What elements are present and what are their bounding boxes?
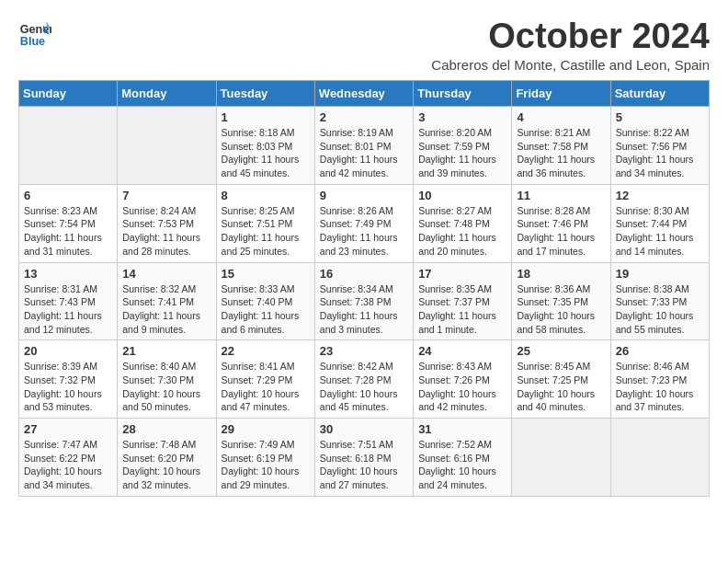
day-number: 16 (320, 267, 408, 281)
calendar-cell: 21Sunrise: 8:40 AM Sunset: 7:30 PM Dayli… (118, 340, 216, 419)
day-info: Sunrise: 8:18 AM Sunset: 8:03 PM Dayligh… (222, 126, 310, 180)
calendar-cell: 27Sunrise: 7:47 AM Sunset: 6:22 PM Dayli… (19, 419, 118, 497)
calendar-cell: 31Sunrise: 7:52 AM Sunset: 6:16 PM Dayli… (414, 419, 512, 497)
day-info: Sunrise: 8:30 AM Sunset: 7:44 PM Dayligh… (616, 204, 704, 259)
day-info: Sunrise: 8:39 AM Sunset: 7:32 PM Dayligh… (24, 360, 112, 414)
calendar-cell: 7Sunrise: 8:24 AM Sunset: 7:53 PM Daylig… (118, 184, 216, 262)
calendar-cell (118, 107, 216, 185)
week-row-1: 1Sunrise: 8:18 AM Sunset: 8:03 PM Daylig… (19, 107, 710, 185)
day-number: 29 (222, 422, 310, 436)
day-number: 14 (122, 267, 210, 281)
day-number: 21 (122, 344, 210, 358)
day-number: 18 (517, 267, 605, 281)
calendar-cell: 17Sunrise: 8:35 AM Sunset: 7:37 PM Dayli… (414, 262, 512, 340)
day-number: 1 (222, 110, 310, 124)
calendar-cell: 9Sunrise: 8:26 AM Sunset: 7:49 PM Daylig… (314, 184, 413, 262)
week-row-5: 27Sunrise: 7:47 AM Sunset: 6:22 PM Dayli… (19, 419, 710, 497)
day-header-wednesday: Wednesday (314, 81, 413, 107)
calendar-cell: 6Sunrise: 8:23 AM Sunset: 7:54 PM Daylig… (19, 184, 118, 262)
calendar-cell: 15Sunrise: 8:33 AM Sunset: 7:40 PM Dayli… (216, 262, 314, 340)
day-number: 19 (616, 267, 704, 281)
calendar-cell: 20Sunrise: 8:39 AM Sunset: 7:32 PM Dayli… (19, 340, 118, 419)
calendar-cell: 25Sunrise: 8:45 AM Sunset: 7:25 PM Dayli… (512, 340, 610, 419)
title-block: October 2024 Cabreros del Monte, Castill… (431, 18, 710, 73)
calendar-cell: 23Sunrise: 8:42 AM Sunset: 7:28 PM Dayli… (314, 340, 413, 419)
day-header-sunday: Sunday (19, 81, 118, 107)
day-info: Sunrise: 7:48 AM Sunset: 6:20 PM Dayligh… (122, 438, 210, 492)
day-number: 22 (222, 344, 310, 358)
day-info: Sunrise: 8:20 AM Sunset: 7:59 PM Dayligh… (418, 126, 506, 180)
day-number: 12 (616, 189, 704, 202)
calendar-cell: 5Sunrise: 8:22 AM Sunset: 7:56 PM Daylig… (610, 107, 709, 185)
week-row-4: 20Sunrise: 8:39 AM Sunset: 7:32 PM Dayli… (19, 340, 710, 419)
day-header-thursday: Thursday (414, 81, 512, 107)
day-number: 6 (24, 189, 112, 202)
day-info: Sunrise: 8:27 AM Sunset: 7:48 PM Dayligh… (418, 204, 506, 259)
day-number: 10 (418, 189, 506, 202)
day-info: Sunrise: 7:52 AM Sunset: 6:16 PM Dayligh… (418, 438, 506, 492)
day-number: 5 (616, 110, 704, 124)
day-number: 11 (517, 189, 605, 202)
day-info: Sunrise: 8:38 AM Sunset: 7:33 PM Dayligh… (616, 282, 704, 337)
calendar-cell: 11Sunrise: 8:28 AM Sunset: 7:46 PM Dayli… (512, 184, 610, 262)
day-number: 2 (320, 110, 408, 124)
location-subtitle: Cabreros del Monte, Castille and Leon, S… (431, 57, 710, 73)
calendar-cell: 14Sunrise: 8:32 AM Sunset: 7:41 PM Dayli… (118, 262, 216, 340)
calendar-cell: 29Sunrise: 7:49 AM Sunset: 6:19 PM Dayli… (216, 419, 314, 497)
calendar-cell: 24Sunrise: 8:43 AM Sunset: 7:26 PM Dayli… (414, 340, 512, 419)
calendar-cell: 3Sunrise: 8:20 AM Sunset: 7:59 PM Daylig… (414, 107, 512, 185)
day-number: 3 (418, 110, 506, 124)
day-info: Sunrise: 8:31 AM Sunset: 7:43 PM Dayligh… (24, 282, 112, 337)
calendar-table: SundayMondayTuesdayWednesdayThursdayFrid… (18, 80, 710, 497)
day-info: Sunrise: 8:43 AM Sunset: 7:26 PM Dayligh… (418, 360, 506, 414)
calendar-cell: 19Sunrise: 8:38 AM Sunset: 7:33 PM Dayli… (610, 262, 709, 340)
calendar-cell: 10Sunrise: 8:27 AM Sunset: 7:48 PM Dayli… (414, 184, 512, 262)
calendar-cell: 4Sunrise: 8:21 AM Sunset: 7:58 PM Daylig… (512, 107, 610, 185)
logo: General Blue (18, 18, 55, 52)
day-number: 23 (320, 344, 408, 358)
logo-icon: General Blue (18, 18, 51, 52)
day-info: Sunrise: 8:34 AM Sunset: 7:38 PM Dayligh… (320, 282, 408, 337)
calendar-cell (512, 419, 610, 497)
day-info: Sunrise: 8:25 AM Sunset: 7:51 PM Dayligh… (222, 204, 310, 259)
day-info: Sunrise: 8:23 AM Sunset: 7:54 PM Dayligh… (24, 204, 112, 259)
day-info: Sunrise: 8:33 AM Sunset: 7:40 PM Dayligh… (222, 282, 310, 337)
day-header-friday: Friday (512, 81, 610, 107)
day-number: 27 (24, 422, 112, 436)
day-number: 13 (24, 267, 112, 281)
day-info: Sunrise: 8:21 AM Sunset: 7:58 PM Dayligh… (517, 126, 605, 180)
calendar-cell: 1Sunrise: 8:18 AM Sunset: 8:03 PM Daylig… (216, 107, 314, 185)
calendar-header-row: SundayMondayTuesdayWednesdayThursdayFrid… (19, 81, 710, 107)
week-row-3: 13Sunrise: 8:31 AM Sunset: 7:43 PM Dayli… (19, 262, 710, 340)
day-info: Sunrise: 8:19 AM Sunset: 8:01 PM Dayligh… (320, 126, 408, 180)
day-info: Sunrise: 8:41 AM Sunset: 7:29 PM Dayligh… (222, 360, 310, 414)
day-number: 30 (320, 422, 408, 436)
calendar-cell: 30Sunrise: 7:51 AM Sunset: 6:18 PM Dayli… (314, 419, 413, 497)
day-info: Sunrise: 7:49 AM Sunset: 6:19 PM Dayligh… (222, 438, 310, 492)
calendar-cell: 12Sunrise: 8:30 AM Sunset: 7:44 PM Dayli… (610, 184, 709, 262)
day-header-saturday: Saturday (610, 81, 709, 107)
day-info: Sunrise: 8:32 AM Sunset: 7:41 PM Dayligh… (122, 282, 210, 337)
day-number: 28 (122, 422, 210, 436)
calendar-cell: 22Sunrise: 8:41 AM Sunset: 7:29 PM Dayli… (216, 340, 314, 419)
day-info: Sunrise: 8:45 AM Sunset: 7:25 PM Dayligh… (517, 360, 605, 414)
week-row-2: 6Sunrise: 8:23 AM Sunset: 7:54 PM Daylig… (19, 184, 710, 262)
day-number: 17 (418, 267, 506, 281)
calendar-cell: 16Sunrise: 8:34 AM Sunset: 7:38 PM Dayli… (314, 262, 413, 340)
day-number: 15 (222, 267, 310, 281)
svg-text:Blue: Blue (20, 35, 45, 48)
day-number: 9 (320, 189, 408, 202)
calendar-cell (19, 107, 118, 185)
day-info: Sunrise: 8:22 AM Sunset: 7:56 PM Dayligh… (616, 126, 704, 180)
day-info: Sunrise: 8:40 AM Sunset: 7:30 PM Dayligh… (122, 360, 210, 414)
calendar-cell: 8Sunrise: 8:25 AM Sunset: 7:51 PM Daylig… (216, 184, 314, 262)
day-info: Sunrise: 8:26 AM Sunset: 7:49 PM Dayligh… (320, 204, 408, 259)
day-info: Sunrise: 8:46 AM Sunset: 7:23 PM Dayligh… (616, 360, 704, 414)
day-number: 31 (418, 422, 506, 436)
day-number: 4 (517, 110, 605, 124)
calendar-cell: 28Sunrise: 7:48 AM Sunset: 6:20 PM Dayli… (118, 419, 216, 497)
day-number: 26 (616, 344, 704, 358)
day-info: Sunrise: 8:24 AM Sunset: 7:53 PM Dayligh… (122, 204, 210, 259)
calendar-cell: 2Sunrise: 8:19 AM Sunset: 8:01 PM Daylig… (314, 107, 413, 185)
day-info: Sunrise: 7:51 AM Sunset: 6:18 PM Dayligh… (320, 438, 408, 492)
